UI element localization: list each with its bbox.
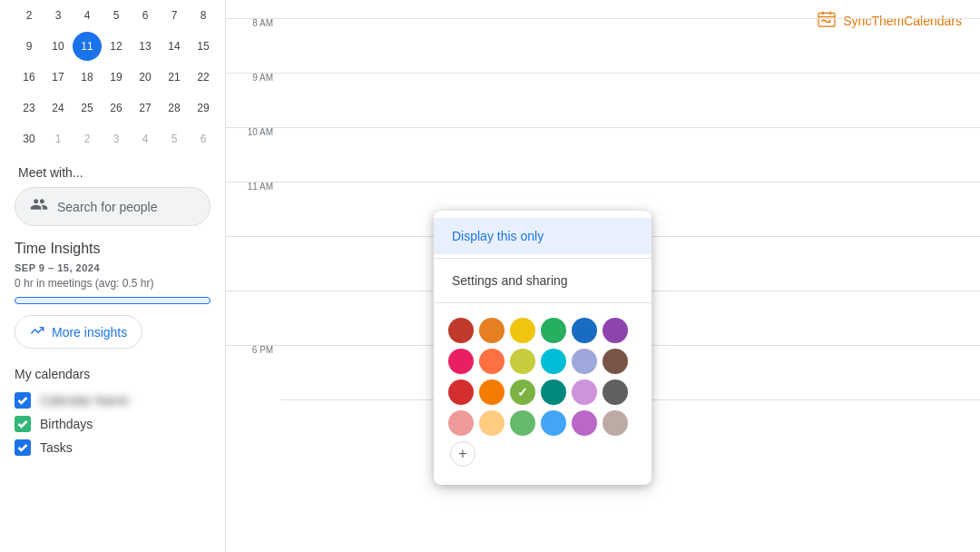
color-row-2: [448, 349, 637, 374]
color-banana[interactable]: [510, 318, 535, 343]
cal-day-18[interactable]: 18: [73, 63, 102, 92]
display-this-only-item[interactable]: Display this only: [434, 218, 652, 254]
cal-day-19[interactable]: 19: [102, 63, 131, 92]
cal-day-17[interactable]: 17: [44, 63, 73, 92]
cal-day-28[interactable]: 28: [160, 94, 189, 123]
menu-divider: [434, 258, 652, 259]
cal-day-1-next[interactable]: 1: [44, 124, 73, 153]
cal-day-2-next[interactable]: 2: [73, 124, 102, 153]
color-basil-selected[interactable]: [510, 380, 535, 405]
color-orange[interactable]: [479, 380, 505, 405]
color-peacock[interactable]: [572, 318, 597, 343]
color-light-green[interactable]: [510, 410, 535, 436]
cal-day-16[interactable]: 16: [15, 63, 44, 92]
cal-day-14[interactable]: 14: [160, 32, 189, 61]
time-column: 8 AM 9 AM 10 AM 11 AM 6 PM: [226, 0, 280, 552]
color-light-brown[interactable]: [603, 410, 628, 436]
color-row-4: [448, 410, 637, 436]
time-slot-9am: 9 AM: [226, 73, 280, 127]
cal-day-3-next[interactable]: 3: [102, 124, 131, 153]
grid-line-2: [280, 73, 980, 127]
settings-sharing-item[interactable]: Settings and sharing: [434, 262, 652, 299]
cal-day-27[interactable]: 27: [131, 94, 160, 123]
cal-day-15[interactable]: 15: [189, 32, 218, 61]
cal-day-25[interactable]: 25: [73, 94, 102, 123]
cal-day-4[interactable]: 4: [73, 1, 102, 30]
color-light-orange[interactable]: [479, 410, 505, 436]
grid-line-3: [280, 127, 980, 182]
insights-date-range: SEP 9 – 15, 2024: [15, 262, 211, 273]
cal-day-26[interactable]: 26: [102, 94, 131, 123]
more-insights-label: More insights: [52, 325, 127, 340]
cal-day-4-next[interactable]: 4: [131, 124, 160, 153]
color-picker: +: [434, 307, 652, 478]
color-dark-gray[interactable]: [603, 380, 628, 405]
cal-day-21[interactable]: 21: [160, 63, 189, 92]
color-pink[interactable]: [448, 349, 474, 374]
cal-day-8[interactable]: 8: [189, 1, 218, 30]
search-people-text: Search for people: [57, 200, 158, 214]
insights-bar: [15, 297, 211, 304]
cal-day-12[interactable]: 12: [102, 32, 131, 61]
menu-divider-2: [434, 302, 652, 303]
cal-day-23[interactable]: 23: [15, 94, 44, 123]
cal-day-29[interactable]: 29: [189, 94, 218, 123]
meet-with-label: Meet with...: [15, 165, 211, 180]
calendar-item-tasks[interactable]: Tasks: [15, 436, 211, 459]
time-slot-10am: 10 AM: [226, 127, 280, 182]
cal-day-11-today[interactable]: 11: [73, 32, 102, 61]
more-insights-button[interactable]: More insights: [15, 315, 142, 349]
calendar-checkbox-birthdays[interactable]: [15, 416, 31, 432]
time-slot-12pm: [226, 236, 280, 291]
calendar-name-birthdays: Birthdays: [40, 417, 93, 431]
cal-day-13[interactable]: 13: [131, 32, 160, 61]
time-slot-1pm: [226, 291, 280, 345]
color-sage[interactable]: [541, 318, 566, 343]
calendar-item-birthdays[interactable]: Birthdays: [15, 412, 211, 436]
color-red[interactable]: [448, 380, 474, 405]
color-light-pink[interactable]: [448, 410, 474, 436]
color-yellow-green[interactable]: [510, 349, 535, 374]
color-tangerine[interactable]: [479, 349, 505, 374]
cal-day-10[interactable]: 10: [44, 32, 73, 61]
cal-day-3[interactable]: 3: [44, 1, 73, 30]
calendar-checkbox-tasks[interactable]: [15, 439, 31, 456]
cal-day-9[interactable]: 9: [15, 32, 44, 61]
sidebar: 2 3 4 5 6 7 8 9 10 11 12 13 14 15 16 17 …: [0, 0, 225, 552]
color-light-purple[interactable]: [572, 410, 597, 436]
cal-day-20[interactable]: 20: [131, 63, 160, 92]
color-row-1: [448, 318, 637, 343]
color-teal[interactable]: [541, 349, 566, 374]
color-grape[interactable]: [603, 318, 628, 343]
cal-day-30[interactable]: 30: [15, 124, 44, 153]
color-lavender[interactable]: [572, 349, 597, 374]
cal-day-2[interactable]: 2: [15, 1, 44, 30]
calendar-checkbox-personal[interactable]: [15, 392, 31, 409]
color-graphite[interactable]: [603, 349, 628, 374]
cal-day-7[interactable]: 7: [160, 1, 189, 30]
search-people-button[interactable]: Search for people: [15, 187, 211, 226]
trending-icon: [30, 323, 44, 340]
cal-day-5[interactable]: 5: [102, 1, 131, 30]
my-calendars-title: My calendars: [15, 367, 211, 381]
calendar-item-personal[interactable]: Calendar Name: [15, 389, 211, 412]
calendar-grid: 2 3 4 5 6 7 8 9 10 11 12 13 14 15 16 17 …: [15, 0, 211, 154]
color-tomato[interactable]: [448, 318, 474, 343]
context-menu: Display this only Settings and sharing: [434, 211, 652, 485]
color-lilac[interactable]: [572, 380, 597, 405]
time-insights-title: Time Insights: [15, 241, 211, 257]
cal-day-5-next[interactable]: 5: [160, 124, 189, 153]
cal-day-24[interactable]: 24: [44, 94, 73, 123]
insights-meetings-text: 0 hr in meetings (avg: 0.5 hr): [15, 277, 211, 290]
grid-line-1: [280, 18, 980, 73]
cal-day-22[interactable]: 22: [189, 63, 218, 92]
time-slot-6pm: 6 PM: [226, 345, 280, 399]
cal-day-6-next[interactable]: 6: [189, 124, 218, 153]
color-row-3: [448, 380, 637, 405]
color-light-blue[interactable]: [541, 410, 566, 436]
cal-day-6[interactable]: 6: [131, 1, 160, 30]
mini-calendar: 2 3 4 5 6 7 8 9 10 11 12 13 14 15 16 17 …: [15, 0, 211, 154]
color-flamingo[interactable]: [479, 318, 505, 343]
add-custom-color-button[interactable]: +: [450, 441, 475, 467]
color-eucalyptus[interactable]: [541, 380, 566, 405]
